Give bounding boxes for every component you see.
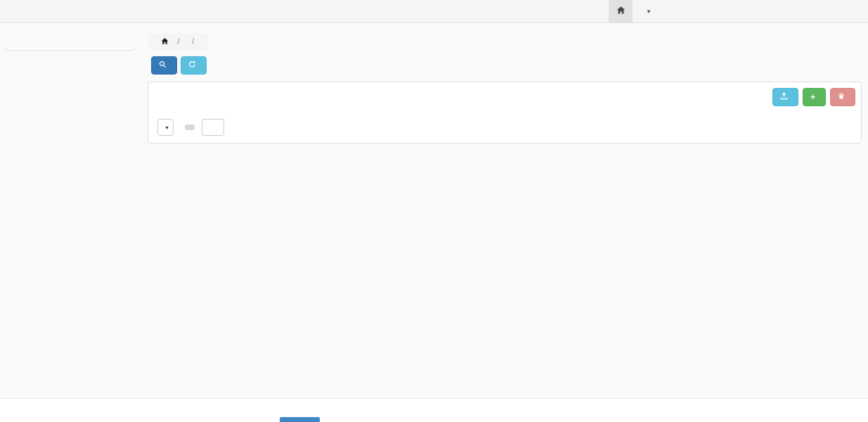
page-footer xyxy=(0,398,868,422)
home-icon xyxy=(616,6,626,17)
filter-bar xyxy=(148,56,862,75)
jump-page-input[interactable] xyxy=(202,119,224,136)
refresh-icon xyxy=(188,60,196,70)
import-excel-button[interactable] xyxy=(772,88,798,106)
chevron-down-icon: ▼ xyxy=(646,8,652,15)
pagination-bar: ▼ xyxy=(154,119,855,136)
platform-submenu xyxy=(6,47,134,51)
breadcrumb-separator: / xyxy=(177,37,179,46)
trash-icon xyxy=(838,92,845,102)
plus-icon: + xyxy=(810,92,815,102)
search-button[interactable] xyxy=(151,56,177,75)
breadcrumb-home-icon xyxy=(161,37,171,47)
sidebar-menu xyxy=(6,34,134,407)
goods-panel: + ▼ xyxy=(148,82,862,143)
add-button[interactable]: + xyxy=(803,88,826,106)
reset-button[interactable] xyxy=(181,56,207,75)
per-page-select[interactable]: ▼ xyxy=(157,119,174,136)
import-icon xyxy=(780,92,788,102)
sidebar-title xyxy=(6,34,134,47)
caret-down-icon: ▼ xyxy=(164,125,169,130)
search-icon xyxy=(159,60,167,70)
top-header: ▼ xyxy=(0,0,868,23)
pagination-summary: ▼ xyxy=(154,119,228,136)
batch-delete-button[interactable] xyxy=(830,88,855,106)
link-preview-popup xyxy=(280,417,320,422)
table-toolbar: + xyxy=(154,88,855,106)
main-content: / / + xyxy=(148,33,862,143)
jump-button[interactable] xyxy=(185,124,195,130)
breadcrumb-separator: / xyxy=(192,37,194,46)
header-home-button[interactable] xyxy=(609,0,633,23)
header-user-area: ▼ xyxy=(609,0,652,23)
breadcrumb: / / xyxy=(148,33,208,50)
